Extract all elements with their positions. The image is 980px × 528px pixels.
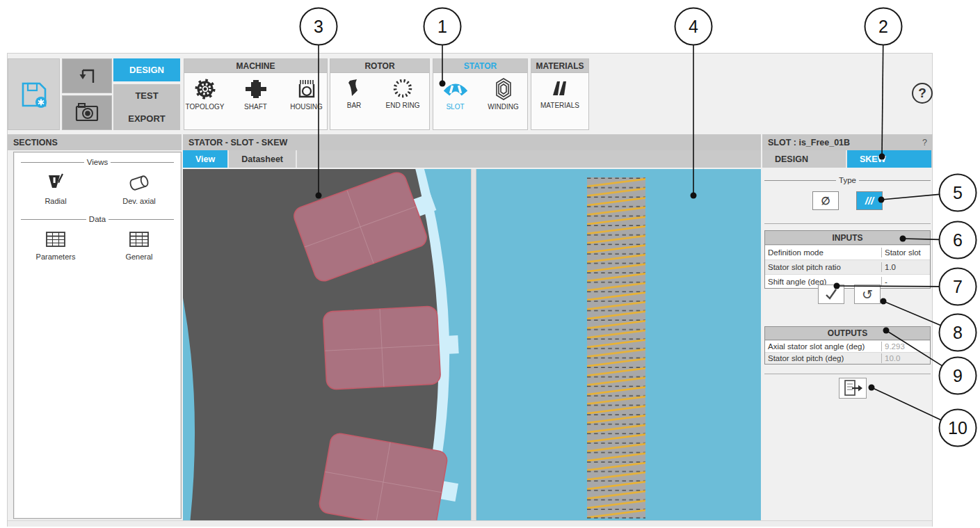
- input-slot-pitch-ratio-value[interactable]: 1.0: [881, 262, 930, 272]
- callout-number-8: 8: [953, 323, 963, 342]
- housing-icon: [295, 77, 319, 101]
- shaft-icon: [244, 77, 268, 101]
- item-label: WINDING: [488, 103, 518, 111]
- item-label: HOUSING: [290, 103, 323, 111]
- sections-panel: Views Radial Dev. axial: [13, 152, 182, 519]
- input-definition-mode-value[interactable]: Stator slot: [881, 248, 930, 257]
- group-title-rotor: ROTOR: [330, 59, 429, 73]
- save-button[interactable]: [8, 58, 60, 130]
- callout-circle-3: [300, 8, 337, 45]
- toolbar-item-end-ring[interactable]: END RING: [382, 77, 424, 109]
- item-label: MATERIALS: [540, 102, 579, 109]
- no-skew-icon: ∅: [821, 195, 830, 207]
- callout-circle-9: [940, 358, 977, 394]
- sidebar-item-general[interactable]: General: [108, 229, 170, 261]
- input-shift-angle-value[interactable]: -: [881, 277, 930, 287]
- sidebar-item-label: Dev. axial: [122, 197, 155, 205]
- main-view-header: STATOR - SLOT - SKEW: [183, 134, 761, 150]
- callout-circle-1: [424, 8, 461, 45]
- group-title-stator: STATOR: [433, 59, 527, 73]
- sidebar-header: SECTIONS: [8, 134, 182, 150]
- data-divider: Data: [21, 215, 174, 223]
- item-label: SHAFT: [244, 103, 267, 111]
- tab-design[interactable]: DESIGN: [762, 150, 847, 168]
- dev-axial-skew-view-canvas[interactable]: [476, 169, 761, 520]
- sidebar-title: SECTIONS: [13, 138, 58, 147]
- import-step-button[interactable]: [62, 58, 112, 93]
- materials-icon: [549, 77, 571, 99]
- views-divider: Views: [21, 158, 174, 166]
- end-ring-icon: [392, 77, 414, 99]
- output-row-label: Axial stator slot angle (deg): [765, 342, 881, 351]
- apply-button[interactable]: [818, 285, 844, 304]
- input-row-label: Stator slot pitch ratio: [765, 262, 881, 272]
- slot-panel-header: SLOT : is_Free_01B ?: [762, 134, 933, 150]
- sidebar-item-parameters[interactable]: Parameters: [24, 229, 87, 261]
- views-divider-label: Views: [84, 158, 111, 166]
- outputs-table-title: OUTPUTS: [765, 327, 930, 340]
- callout-circle-4: [675, 8, 712, 45]
- callout-circle-7: [940, 269, 977, 305]
- slot-panel-tabbar: DESIGN SKEW: [762, 150, 933, 168]
- reset-icon: ↺: [862, 287, 873, 303]
- panel-help-icon[interactable]: ?: [922, 138, 927, 147]
- toolbar-item-topology[interactable]: TOPOLOGY: [184, 77, 225, 111]
- toolbar-item-winding[interactable]: WINDING: [483, 77, 524, 111]
- section-separator: [764, 223, 931, 224]
- view-splitter[interactable]: [471, 169, 476, 520]
- callout-number-10: 10: [948, 418, 967, 438]
- item-label: SLOT: [446, 103, 464, 111]
- main-view-title: STATOR - SLOT - SKEW: [188, 138, 287, 147]
- item-label: END RING: [386, 102, 420, 109]
- toolbar-item-materials[interactable]: MATERIALS: [537, 77, 583, 109]
- dev-axial-view-icon: [127, 172, 151, 194]
- callout-circle-2: [865, 8, 902, 45]
- toolbar-item-shaft[interactable]: SHAFT: [235, 77, 276, 111]
- callout-number-9: 9: [953, 366, 963, 385]
- mode-design-button[interactable]: DESIGN: [113, 58, 180, 81]
- callout-circle-6: [940, 222, 977, 259]
- parameters-table-icon: [45, 229, 67, 250]
- general-table-icon: [128, 229, 150, 250]
- mode-export-button[interactable]: EXPORT: [113, 107, 180, 130]
- inputs-table-title: INPUTS: [765, 231, 930, 245]
- mode-test-button[interactable]: TEST: [113, 84, 180, 107]
- type-divider-label: Type: [836, 176, 859, 184]
- callout-number-4: 4: [689, 17, 698, 36]
- help-button[interactable]: ?: [912, 83, 933, 104]
- output-row-label: Stator slot pitch (deg): [765, 353, 881, 363]
- callout-number-2: 2: [878, 17, 888, 36]
- toolbar-item-slot[interactable]: SLOT: [437, 77, 474, 111]
- group-title-machine: MACHINE: [184, 59, 327, 73]
- callout-number-6: 6: [953, 230, 963, 250]
- skew-type-linear-button[interactable]: ///: [856, 191, 883, 210]
- radial-view-icon: [45, 172, 67, 194]
- screenshot-button[interactable]: [62, 95, 112, 130]
- toolbar-group-machine: MACHINE TOPOLOGY SHAFT: [184, 58, 328, 130]
- input-row-label: Definition mode: [765, 248, 881, 257]
- skew-type-none-button[interactable]: ∅: [812, 191, 839, 210]
- output-slot-pitch-value: 10.0: [881, 353, 930, 363]
- reset-button[interactable]: ↺: [854, 285, 881, 304]
- tab-view[interactable]: View: [183, 150, 229, 168]
- toolbar-group-stator: STATOR SLOT WINDING: [433, 58, 528, 130]
- sidebar-item-dev-axial-view[interactable]: Dev. axial: [108, 172, 170, 205]
- checkmark-icon: [823, 286, 840, 303]
- sidebar-item-radial-view[interactable]: Radial: [24, 172, 87, 205]
- toolbar-item-bar[interactable]: BAR: [336, 77, 372, 109]
- sidebar-item-label: Parameters: [36, 253, 76, 261]
- sidebar-item-label: General: [125, 253, 152, 261]
- tab-skew[interactable]: SKEW: [847, 150, 931, 168]
- return-arrow-icon: [75, 64, 99, 88]
- bar-icon: [343, 77, 365, 99]
- toolbar-item-housing[interactable]: HOUSING: [286, 77, 327, 111]
- tab-datasheet[interactable]: Datasheet: [229, 150, 297, 168]
- callout-number-7: 7: [953, 277, 963, 296]
- outputs-table: OUTPUTS Axial stator slot angle (deg) 9.…: [764, 326, 931, 365]
- export-report-button[interactable]: [839, 378, 867, 399]
- callout-circle-8: [940, 314, 977, 351]
- callout-circle-5: [940, 175, 977, 211]
- radial-slot-view-canvas[interactable]: [183, 169, 471, 520]
- data-divider-label: Data: [86, 215, 109, 223]
- output-axial-slot-angle-value: 9.293: [881, 342, 930, 351]
